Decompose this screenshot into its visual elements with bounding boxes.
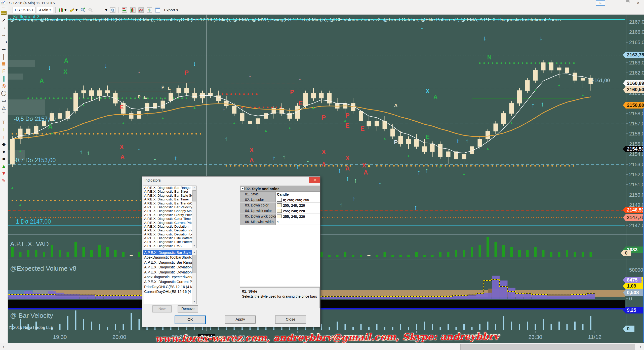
list-scrollbar[interactable]: ▲ ▼ (192, 186, 196, 248)
interval-selector[interactable]: 4 Min ▾ (37, 7, 53, 13)
ellipse-icon[interactable]: ◯ (0, 89, 7, 97)
scroll-down-icon[interactable]: ▼ (192, 300, 196, 304)
scroll-left-icon[interactable]: ‹ (0, 343, 7, 350)
scrollbar-thumb[interactable] (460, 344, 635, 350)
scroll-up-icon[interactable]: ▲ (192, 250, 196, 254)
volume-chart-button[interactable] (129, 7, 136, 13)
diamond-icon[interactable]: ◆ (0, 141, 7, 148)
triangle-up-icon[interactable]: ▲ (0, 162, 7, 170)
zoom-in-button[interactable] (79, 7, 86, 13)
list-scrollbar[interactable]: ▲ ▼ (192, 250, 196, 304)
ok-button[interactable]: OK (175, 316, 206, 324)
available-indicator-item[interactable]: A.P.E.X. Diagnostic Clarity Price (143, 213, 196, 217)
applied-indicator-item[interactable]: ApexDiagnosticToolbarShortcut (143, 255, 196, 260)
arc-icon[interactable]: ⌒ (0, 111, 7, 119)
property-value[interactable]: 1 (276, 219, 320, 225)
horizontal-scrollbar[interactable]: ‹ › (0, 343, 644, 350)
text-icon[interactable]: T (0, 119, 7, 126)
property-row[interactable]: 04. Up wick color255; 248; 220 (240, 208, 320, 214)
available-indicator-item[interactable]: A.P.E.X. Diagnostic Bar Timer (143, 197, 196, 201)
close-button[interactable]: Close (275, 316, 306, 324)
line-chart-button[interactable] (138, 7, 145, 13)
arrow-line-icon[interactable]: ⟶ (0, 38, 7, 46)
rectangle-icon[interactable]: ▭ (0, 97, 7, 104)
chart-style-button[interactable]: ▾ (58, 7, 67, 13)
marker-icon[interactable]: ✎ (0, 177, 7, 184)
property-row[interactable]: 02. Up color0; 255; 255; 255 (240, 197, 320, 203)
chart-canvas[interactable]: -0,5 Dσ 2157,00-0,7 Dσ 2153,00-1 Dσ 2147… (0, 0, 644, 350)
available-indicator-item[interactable]: A.P.E.X. Diagnostic EMA (143, 244, 196, 248)
target-icon[interactable]: ◎ (0, 82, 7, 89)
property-value[interactable]: 255; 248; 220 (276, 214, 320, 219)
property-value[interactable]: Candle (276, 192, 320, 197)
property-group-header[interactable]: − 02. Style and color (240, 186, 320, 192)
dot-icon[interactable]: ● (0, 148, 7, 155)
restore-icon[interactable] (623, 1, 631, 5)
property-row[interactable]: 03. Down color255; 248; 220 (240, 203, 320, 208)
arrow-down-icon[interactable]: ↓ (0, 133, 7, 141)
ray-icon[interactable]: → (0, 24, 7, 31)
property-grid[interactable]: − 02. Style and color 01. StyleCandle02.… (240, 186, 320, 286)
property-value[interactable]: 0; 255; 255; 255 (276, 197, 320, 202)
available-indicator-item[interactable]: A.P.E.X. Diagnostic Deviation (with cros… (143, 228, 196, 232)
applied-indicator-item[interactable]: A.P.E.X. Diagnostic Deviation (143, 265, 196, 270)
available-indicator-item[interactable]: A.P.E.X. Diagnostic Elite Pattern (143, 236, 196, 240)
toolbar-grip[interactable]: ⁞ (10, 8, 11, 12)
available-indicator-item[interactable]: A.P.E.X. Diagnostic Bar Sizer (143, 190, 196, 193)
applied-indicator-item[interactable]: ApexDiagnosticExpectedRange03 (143, 275, 196, 279)
scroll-up-icon[interactable]: ▲ (192, 186, 196, 190)
applied-indicator-item[interactable]: PriorDayOHLC(ES 12-16 (4 Min)) (143, 285, 196, 289)
property-row[interactable]: 06. Min wick width1 (240, 219, 320, 225)
triangle-down-icon[interactable]: ▼ (0, 170, 7, 177)
data-box-button[interactable] (109, 7, 116, 13)
available-indicator-item[interactable]: A.P.E.X. Diagnostic Bar Style Settings (143, 194, 196, 197)
export-button[interactable]: Export ▾ (163, 7, 180, 13)
title-bar[interactable]: ES 12-16 (4 Min) 12.11.2016 L — ✕ (0, 0, 644, 6)
trend-line-icon[interactable]: ↗ (0, 16, 7, 24)
scroll-down-icon[interactable]: ▼ (192, 244, 196, 248)
available-indicator-item[interactable]: A.P.E.X. Diagnostic Current Price (143, 221, 196, 225)
dollar-button[interactable]: $ (146, 7, 153, 13)
triangle-icon[interactable]: △ (0, 104, 7, 111)
apply-button[interactable]: Apply (225, 316, 256, 324)
strip-grip[interactable]: ⋯ (2, 6, 5, 9)
scroll-right-icon[interactable]: › (637, 343, 644, 350)
new-button[interactable]: New (152, 305, 172, 312)
square-icon[interactable]: ■ (0, 155, 7, 162)
dialog-titlebar[interactable]: Indicators ✕ (142, 177, 320, 184)
close-icon[interactable]: ✕ (634, 1, 642, 5)
fibonacci-time-icon[interactable]: F (0, 67, 7, 75)
property-value[interactable]: 255; 248; 220 (276, 203, 320, 208)
extended-line-icon[interactable]: ↔ (0, 31, 7, 38)
applied-indicator-item[interactable]: A.P.E.X. Diagnostic Deviation Levels (143, 270, 196, 275)
available-indicator-item[interactable]: A.P.E.X. Diagnostic Deviation Levels (143, 232, 196, 236)
dialog-close-icon[interactable]: ✕ (309, 177, 320, 183)
property-value[interactable]: 255; 248; 220 (276, 208, 320, 214)
collapse-icon[interactable]: − (241, 187, 245, 190)
horizontal-line-icon[interactable]: ─ (0, 46, 7, 53)
zoom-out-button[interactable] (87, 7, 94, 13)
minimize-icon[interactable]: — (612, 1, 620, 5)
instrument-selector[interactable]: ES 12-16 ▾ (13, 7, 35, 13)
applied-indicator-item[interactable]: A.P.E.X. Diagnostic Bar Range (143, 260, 196, 265)
ruler-icon[interactable] (0, 9, 7, 16)
crosshair-button[interactable]: ▾ (99, 7, 108, 13)
link-button[interactable]: L (596, 0, 605, 6)
available-indicator-item[interactable]: A.P.E.X. Diagnostic Choppy Market Warnin… (143, 209, 196, 213)
property-row[interactable]: 05. Down wick color255; 248; 220 (240, 214, 320, 219)
applied-indicator-item[interactable]: CurrentDayOHL(ES 12-16 (4 Min)) (143, 289, 196, 294)
available-indicator-item[interactable]: A.P.E.X. Diagnostic Deviation (143, 225, 196, 228)
properties-button[interactable] (154, 7, 161, 13)
vertical-line-icon[interactable]: │ (0, 53, 7, 60)
available-indicator-item[interactable]: A.P.E.X. Diagnostic Bar Velocity (143, 205, 196, 209)
available-indicators-list[interactable]: A.P.E.X. Diagnostic Bar RangeA.P.E.X. Di… (143, 186, 196, 248)
available-indicator-item[interactable]: A.P.E.X. Diagnostic Bar Range (143, 186, 196, 190)
available-indicator-item[interactable]: A.P.E.X. Diagnostic Bar Trend/Chop Filte… (143, 201, 196, 205)
scrollbar-thumb[interactable] (192, 190, 196, 201)
applied-indicators-list[interactable]: A.P.E.X. Diagnostic Bar Style SettingsAp… (143, 250, 196, 304)
horizontal-bars-button[interactable] (121, 7, 128, 13)
property-row[interactable]: 01. StyleCandle (240, 192, 320, 197)
fibonacci-retracements-icon[interactable]: ≣ (0, 60, 7, 67)
available-indicator-item[interactable]: A.P.E.X. Diagnostic Color Time Regions (143, 217, 196, 221)
scrollbar-thumb[interactable] (192, 255, 196, 273)
